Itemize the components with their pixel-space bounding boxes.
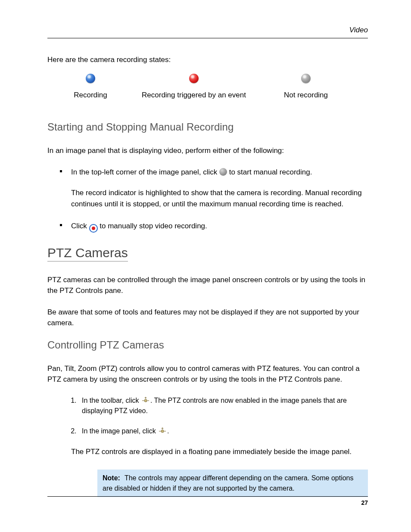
list-item: In the top-left corner of the image pane… <box>71 167 368 210</box>
para-ptz-intro: Pan, Tilt, Zoom (PTZ) controls allow you… <box>47 363 368 385</box>
bullet-text-pre: In the top-left corner of the image pane… <box>71 168 219 176</box>
document-page: Video Here are the camera recording stat… <box>0 0 411 532</box>
recording-indicator-red-icon <box>189 74 199 83</box>
recording-indicator-blue-icon <box>86 74 95 83</box>
state-label: Not recording <box>284 91 328 100</box>
state-triggered: Recording triggered by an event <box>134 74 254 100</box>
record-start-icon <box>219 168 227 176</box>
para-manual-intro: In an image panel that is displaying vid… <box>47 145 368 156</box>
bullet-text-pre: Click <box>71 222 89 230</box>
note-text: The controls may appear different depend… <box>103 474 353 492</box>
page-number: 27 <box>361 499 368 506</box>
step-text-pre: In the image panel, click <box>82 427 158 435</box>
subheading-manual-recording: Starting and Stopping Manual Recording <box>47 121 368 133</box>
step-text-post: . <box>167 427 169 435</box>
list-item: Click to manually stop video recording. <box>71 221 368 233</box>
note-callout: Note:The controls may appear different d… <box>97 470 368 497</box>
step-text-pre: In the toolbar, click <box>82 397 141 404</box>
svg-point-0 <box>144 399 147 402</box>
page-footer: 27 <box>47 496 368 506</box>
note-label: Note: <box>103 474 120 482</box>
bullet-text-post: to start manual recording. <box>229 168 312 176</box>
ptz-toolbar-icon <box>141 396 150 404</box>
ptz-steps-list: In the toolbar, click . The PTZ controls… <box>47 395 368 437</box>
bullet-text-post: to manually stop video recording. <box>100 222 207 230</box>
list-item: In the image panel, click . <box>78 426 368 437</box>
section-heading-ptz: PTZ Cameras <box>47 246 128 261</box>
step-followup: The PTZ controls are displayed in a floa… <box>71 446 368 457</box>
state-label: Recording triggered by an event <box>142 91 246 100</box>
state-label: Recording <box>74 91 107 100</box>
intro-text: Here are the camera recording states: <box>47 56 368 64</box>
manual-recording-steps: In the top-left corner of the image pane… <box>47 167 368 233</box>
bullet-followup: The record indicator is highlighted to s… <box>71 187 368 210</box>
recording-states-row: Recording Recording triggered by an even… <box>47 74 368 100</box>
subheading-controlling-ptz: Controlling PTZ Cameras <box>47 339 368 351</box>
state-recording: Recording <box>47 74 134 100</box>
state-not-recording: Not recording <box>254 74 358 100</box>
para-ptz-2: Be aware that some of tools and features… <box>47 307 368 329</box>
recording-indicator-gray-icon <box>301 74 311 83</box>
svg-point-4 <box>161 430 164 432</box>
page-header: Video <box>47 26 368 38</box>
ptz-panel-icon <box>158 427 167 435</box>
list-item: In the toolbar, click . The PTZ controls… <box>78 395 368 417</box>
para-ptz-1: PTZ cameras can be controlled through th… <box>47 274 368 296</box>
record-stop-icon <box>89 224 98 233</box>
header-section-label: Video <box>349 26 368 34</box>
